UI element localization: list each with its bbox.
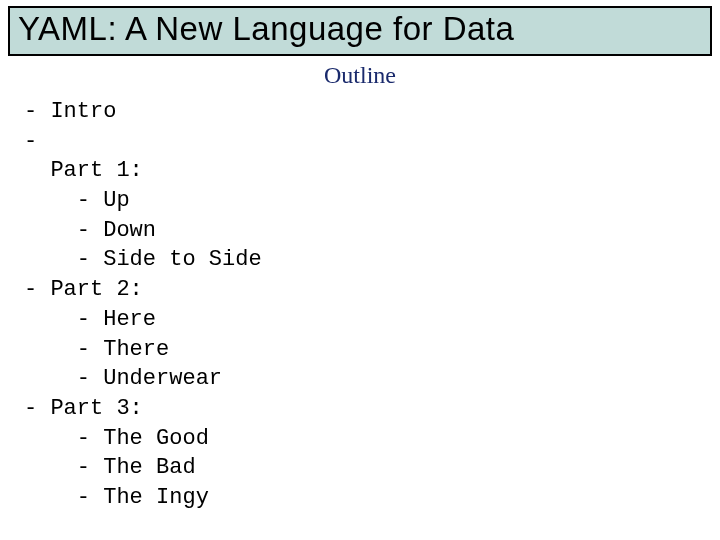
- outline-code: - Intro - Part 1: - Up - Down - Side to …: [24, 97, 696, 513]
- title-bar: YAML: A New Language for Data: [8, 6, 712, 56]
- subtitle: Outline: [0, 62, 720, 89]
- page-title: YAML: A New Language for Data: [18, 10, 702, 48]
